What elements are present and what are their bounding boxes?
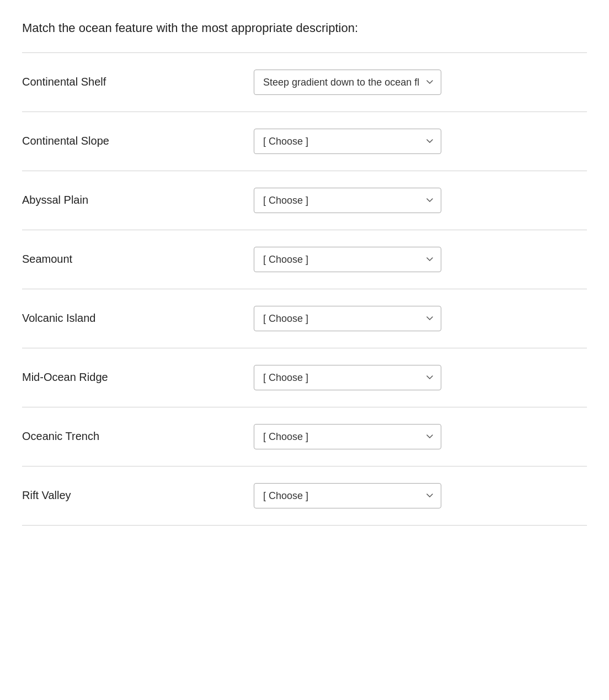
dropdown-wrapper-seamount: [ Choose ]Steep gradient down to the oce… <box>254 247 441 272</box>
feature-label-abyssal-plain: Abyssal Plain <box>22 194 232 206</box>
match-row-continental-shelf: Continental Shelf[ Choose ]Steep gradien… <box>22 53 587 112</box>
dropdown-wrapper-rift-valley: [ Choose ]Steep gradient down to the oce… <box>254 483 441 508</box>
select-oceanic-trench[interactable]: [ Choose ]Steep gradient down to the oce… <box>254 424 441 449</box>
dropdown-wrapper-continental-slope: [ Choose ]Steep gradient down to the oce… <box>254 129 441 154</box>
page-title: Match the ocean feature with the most ap… <box>22 20 587 37</box>
match-row-continental-slope: Continental Slope[ Choose ]Steep gradien… <box>22 112 587 171</box>
select-mid-ocean-ridge[interactable]: [ Choose ]Steep gradient down to the oce… <box>254 365 441 390</box>
select-continental-slope[interactable]: [ Choose ]Steep gradient down to the oce… <box>254 129 441 154</box>
dropdown-wrapper-oceanic-trench: [ Choose ]Steep gradient down to the oce… <box>254 424 441 449</box>
page-container: Match the ocean feature with the most ap… <box>0 0 609 548</box>
match-row-abyssal-plain: Abyssal Plain[ Choose ]Steep gradient do… <box>22 171 587 230</box>
dropdown-wrapper-mid-ocean-ridge: [ Choose ]Steep gradient down to the oce… <box>254 365 441 390</box>
match-row-mid-ocean-ridge: Mid-Ocean Ridge[ Choose ]Steep gradient … <box>22 348 587 407</box>
match-row-volcanic-island: Volcanic Island[ Choose ]Steep gradient … <box>22 289 587 348</box>
match-row-rift-valley: Rift Valley[ Choose ]Steep gradient down… <box>22 466 587 525</box>
select-abyssal-plain[interactable]: [ Choose ]Steep gradient down to the oce… <box>254 188 441 213</box>
feature-label-continental-shelf: Continental Shelf <box>22 76 232 88</box>
select-rift-valley[interactable]: [ Choose ]Steep gradient down to the oce… <box>254 483 441 508</box>
divider-rift-valley <box>22 525 587 526</box>
feature-label-rift-valley: Rift Valley <box>22 489 232 502</box>
select-continental-shelf[interactable]: [ Choose ]Steep gradient down to the oce… <box>254 70 441 95</box>
feature-label-seamount: Seamount <box>22 253 232 266</box>
feature-label-volcanic-island: Volcanic Island <box>22 312 232 325</box>
select-volcanic-island[interactable]: [ Choose ]Steep gradient down to the oce… <box>254 306 441 331</box>
match-row-oceanic-trench: Oceanic Trench[ Choose ]Steep gradient d… <box>22 407 587 466</box>
rows-container: Continental Shelf[ Choose ]Steep gradien… <box>22 53 587 526</box>
dropdown-wrapper-abyssal-plain: [ Choose ]Steep gradient down to the oce… <box>254 188 441 213</box>
feature-label-mid-ocean-ridge: Mid-Ocean Ridge <box>22 371 232 384</box>
select-seamount[interactable]: [ Choose ]Steep gradient down to the oce… <box>254 247 441 272</box>
match-row-seamount: Seamount[ Choose ]Steep gradient down to… <box>22 230 587 289</box>
dropdown-wrapper-continental-shelf: [ Choose ]Steep gradient down to the oce… <box>254 70 441 95</box>
feature-label-continental-slope: Continental Slope <box>22 135 232 147</box>
dropdown-wrapper-volcanic-island: [ Choose ]Steep gradient down to the oce… <box>254 306 441 331</box>
feature-label-oceanic-trench: Oceanic Trench <box>22 430 232 443</box>
